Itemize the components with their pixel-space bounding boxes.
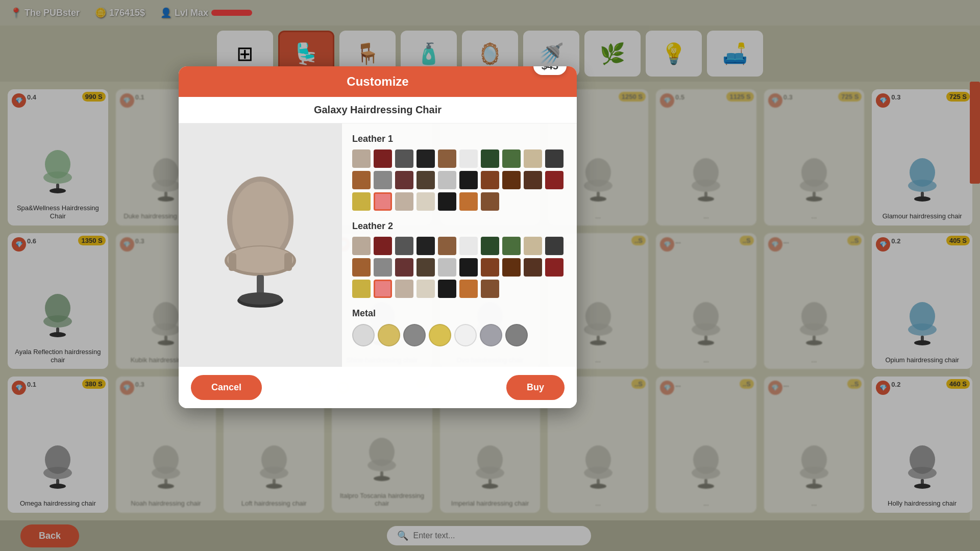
leather2-swatch[interactable] [374,237,392,255]
leather2-swatch[interactable] [352,258,371,277]
leather2-swatch[interactable] [502,237,521,255]
leather1-swatch[interactable] [352,149,371,168]
leather2-swatch[interactable] [545,258,564,277]
leather1-label: Leather 1 [352,134,567,144]
leather2-swatch[interactable] [416,280,435,298]
leather1-swatch[interactable] [374,171,392,189]
modal-options: Leather 1 Leather 2 Metal [342,123,577,367]
metal-swatch[interactable] [480,324,502,346]
leather2-swatch[interactable] [395,237,413,255]
leather1-swatch[interactable] [438,192,456,211]
leather2-swatch[interactable] [545,237,564,255]
leather1-color-grid [352,149,567,211]
metal-swatch[interactable] [454,324,477,346]
modal-body: Leather 1 Leather 2 Metal [179,123,577,367]
leather2-swatch[interactable] [352,237,371,255]
metal-swatch[interactable] [378,324,400,346]
leather1-section: Leather 1 [352,134,567,211]
modal-chair-name: Galaxy Hairdressing Chair [179,97,577,123]
modal-footer: Cancel Buy [179,367,577,408]
leather1-swatch[interactable] [395,192,413,211]
modal-header: Customize $45 [179,66,577,97]
leather2-swatch[interactable] [459,280,478,298]
leather2-swatch[interactable] [524,258,542,277]
leather2-swatch[interactable] [416,237,435,255]
metal-label: Metal [352,308,567,319]
leather1-swatch[interactable] [524,149,542,168]
cancel-button[interactable]: Cancel [191,375,262,400]
leather2-swatch[interactable] [459,237,478,255]
leather2-swatch[interactable] [395,280,413,298]
leather1-swatch[interactable] [352,192,371,211]
leather2-swatch[interactable] [481,280,499,298]
leather1-swatch[interactable] [459,192,478,211]
leather2-swatch[interactable] [481,237,499,255]
leather1-swatch[interactable] [374,192,392,211]
leather2-swatch[interactable] [438,280,456,298]
metal-swatch[interactable] [352,324,375,346]
leather2-swatch[interactable] [352,280,371,298]
leather2-swatch[interactable] [438,237,456,255]
svg-point-116 [239,292,282,305]
leather2-swatch[interactable] [395,258,413,277]
metal-section: Metal [352,308,567,346]
leather1-swatch[interactable] [459,149,478,168]
leather2-swatch[interactable] [438,258,456,277]
leather2-swatch[interactable] [416,258,435,277]
leather1-swatch[interactable] [352,171,371,189]
leather2-swatch[interactable] [374,280,392,298]
leather1-swatch[interactable] [374,149,392,168]
leather1-swatch[interactable] [545,149,564,168]
leather1-swatch[interactable] [459,171,478,189]
leather1-swatch[interactable] [502,171,521,189]
leather1-swatch[interactable] [438,171,456,189]
metal-color-grid [352,324,567,346]
leather1-swatch[interactable] [395,149,413,168]
leather2-swatch[interactable] [459,258,478,277]
leather1-swatch[interactable] [416,192,435,211]
modal-price-tag: $45 [533,66,567,75]
modal-overlay: Customize $45 Galaxy Hairdressing Chair [0,0,980,551]
leather1-swatch[interactable] [481,149,499,168]
leather2-swatch[interactable] [374,258,392,277]
modal-preview [179,123,342,367]
leather1-swatch[interactable] [416,171,435,189]
leather1-swatch[interactable] [416,149,435,168]
metal-swatch[interactable] [403,324,426,346]
leather2-swatch[interactable] [502,258,521,277]
leather2-color-grid [352,237,567,298]
leather1-swatch[interactable] [481,171,499,189]
svg-rect-112 [229,253,236,271]
leather1-swatch[interactable] [438,149,456,168]
leather2-label: Leather 2 [352,221,567,232]
leather2-section: Leather 2 [352,221,567,298]
modal-title: Customize [191,74,565,89]
leather2-swatch[interactable] [524,237,542,255]
leather1-swatch[interactable] [395,171,413,189]
customize-modal: Customize $45 Galaxy Hairdressing Chair [179,66,577,408]
chair-preview-svg [194,164,327,327]
leather1-swatch[interactable] [481,192,499,211]
metal-swatch[interactable] [429,324,451,346]
leather2-swatch[interactable] [481,258,499,277]
svg-rect-113 [284,253,292,271]
leather1-swatch[interactable] [545,171,564,189]
metal-swatch[interactable] [505,324,528,346]
leather1-swatch[interactable] [524,171,542,189]
svg-point-111 [227,246,293,273]
leather1-swatch[interactable] [502,149,521,168]
buy-button[interactable]: Buy [506,375,565,400]
